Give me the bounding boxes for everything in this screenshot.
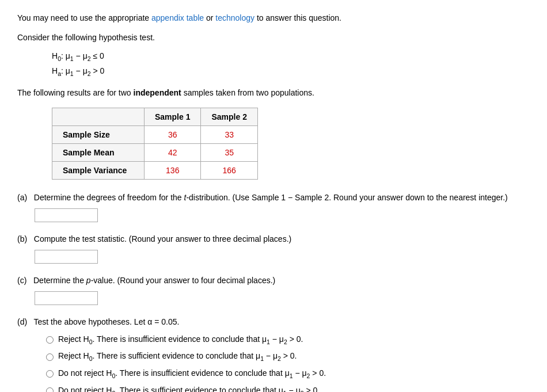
question-b-input-line [35, 249, 530, 263]
intro-text-start: You may need to use the appropriate [17, 13, 151, 22]
question-a-label: (a) [17, 193, 32, 202]
radio-opt4[interactable] [46, 387, 54, 392]
question-c-text: (c) Determine the p-value. (Round your a… [17, 274, 530, 288]
question-b-block: (b) Compute the test statistic. (Round y… [17, 233, 530, 264]
intro-text-mid: or [206, 13, 215, 22]
table-header-empty [52, 108, 145, 125]
test-statistic-input[interactable] [35, 250, 98, 264]
question-d-text: (d) Test the above hypotheses. Let α = 0… [17, 315, 530, 329]
degrees-of-freedom-input[interactable] [35, 208, 98, 222]
intro-text-end: to answer this question. [257, 13, 341, 22]
mean-sample2: 35 [201, 143, 257, 161]
hypothesis-block: H0: μ1 − μ2 ≤ 0 Ha: μ1 − μ2 > 0 [52, 49, 530, 79]
appendix-table-link[interactable]: appendix table [151, 13, 204, 22]
sample-data-table: Sample 1 Sample 2 Sample Size 36 33 Samp… [52, 108, 258, 180]
question-d-content: Test the above hypotheses. Let α = 0.05. [34, 317, 180, 326]
radio-opt1[interactable] [46, 336, 54, 344]
null-hypothesis: H0: μ1 − μ2 ≤ 0 [52, 49, 530, 64]
question-a-block: (a) Determine the degrees of freedom for… [17, 191, 530, 222]
table-header-sample1: Sample 1 [145, 108, 201, 125]
question-c-content: Determine the p-value. (Round your answe… [33, 276, 275, 285]
radio-option-2: Reject H0. There is sufficient evidence … [46, 349, 530, 364]
mean-sample1: 42 [145, 143, 201, 161]
technology-link[interactable]: technology [215, 13, 254, 22]
variance-sample2: 166 [201, 161, 257, 179]
size-sample2: 33 [201, 125, 257, 143]
question-c-input-line [35, 291, 530, 305]
size-sample1: 36 [145, 125, 201, 143]
radio-opt3[interactable] [46, 370, 54, 378]
radio-opt2-label: Reject H0. There is sufficient evidence … [58, 349, 297, 364]
following-text: The following results are for two indepe… [17, 86, 530, 99]
question-a-content: Determine the degrees of freedom for the… [34, 193, 508, 202]
radio-opt3-label: Do not reject H0. There is insufficient … [58, 367, 326, 382]
intro-paragraph: You may need to use the appropriate appe… [17, 12, 530, 24]
data-table-container: Sample 1 Sample 2 Sample Size 36 33 Samp… [52, 108, 530, 180]
table-header-sample2: Sample 2 [201, 108, 257, 125]
table-row: Sample Mean 42 35 [52, 143, 258, 161]
question-b-text: (b) Compute the test statistic. (Round y… [17, 233, 530, 246]
row-label-mean: Sample Mean [52, 143, 145, 161]
radio-option-1: Reject H0. There is insufficient evidenc… [46, 333, 530, 348]
alt-hypothesis: Ha: μ1 − μ2 > 0 [52, 64, 530, 79]
question-c-label: (c) [17, 276, 31, 285]
question-b-label: (b) [17, 234, 32, 243]
question-a-text: (a) Determine the degrees of freedom for… [17, 191, 530, 205]
variance-sample1: 136 [145, 161, 201, 179]
radio-option-4: Do not reject H0. There is sufficient ev… [46, 384, 530, 392]
table-row: Sample Variance 136 166 [52, 161, 258, 179]
row-label-size: Sample Size [52, 125, 145, 143]
question-d-block: (d) Test the above hypotheses. Let α = 0… [17, 315, 530, 392]
radio-opt4-label: Do not reject H0. There is sufficient ev… [58, 384, 320, 392]
question-d-label: (d) [17, 317, 32, 326]
radio-option-3: Do not reject H0. There is insufficient … [46, 367, 530, 382]
p-value-input[interactable] [35, 291, 98, 305]
consider-text: Consider the following hypothesis test. [17, 31, 530, 44]
question-b-content: Compute the test statistic. (Round your … [34, 234, 291, 243]
radio-opt1-label: Reject H0. There is insufficient evidenc… [58, 333, 303, 348]
radio-opt2[interactable] [46, 353, 54, 361]
question-c-block: (c) Determine the p-value. (Round your a… [17, 274, 530, 305]
question-a-input-line [35, 208, 530, 222]
row-label-variance: Sample Variance [52, 161, 145, 179]
table-row: Sample Size 36 33 [52, 125, 258, 143]
